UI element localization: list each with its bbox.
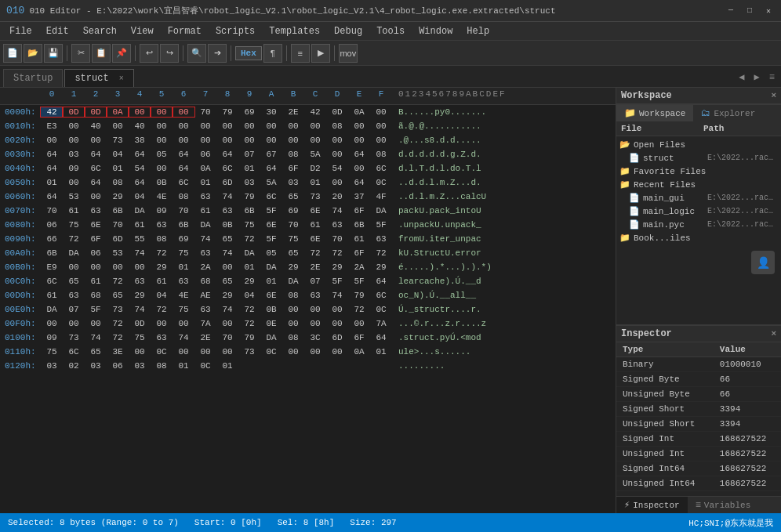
ws-favorite-files-folder[interactable]: 📁 Favorite Files bbox=[616, 165, 781, 178]
hex-byte[interactable]: 01 bbox=[41, 178, 63, 187]
hex-byte[interactable]: 05 bbox=[260, 248, 282, 258]
menu-item-window[interactable]: Window bbox=[412, 24, 459, 38]
hex-byte[interactable]: 00 bbox=[238, 136, 260, 145]
hex-byte[interactable]: 00 bbox=[107, 121, 129, 131]
hex-byte[interactable]: 00 bbox=[216, 319, 238, 328]
hex-byte[interactable]: 63 bbox=[194, 192, 216, 201]
hex-byte[interactable]: 29 bbox=[151, 262, 173, 272]
hex-byte[interactable]: 00 bbox=[282, 347, 304, 356]
inspector-row[interactable]: Signed Byte66 bbox=[616, 372, 781, 387]
hex-byte[interactable]: 0B bbox=[216, 220, 238, 230]
hex-byte[interactable]: 70 bbox=[41, 206, 63, 215]
ws-tab-explorer[interactable]: 🗂 Explorer bbox=[693, 105, 763, 121]
hex-byte[interactable]: 00 bbox=[304, 121, 326, 131]
hex-byte[interactable]: 00 bbox=[304, 347, 326, 356]
tab-struct[interactable]: struct × bbox=[64, 69, 133, 87]
hex-byte[interactable]: DA bbox=[370, 206, 392, 215]
hex-byte[interactable]: 09 bbox=[63, 164, 85, 173]
hex-byte[interactable]: 0E bbox=[260, 319, 282, 328]
hex-byte[interactable]: 6B bbox=[41, 248, 63, 258]
hex-byte[interactable]: 75 bbox=[41, 347, 63, 356]
hex-byte[interactable]: 00 bbox=[41, 136, 63, 145]
hex-byte[interactable]: 61 bbox=[85, 277, 107, 286]
hex-byte[interactable]: 70 bbox=[216, 333, 238, 342]
hex-byte[interactable]: 64 bbox=[85, 178, 107, 187]
hex-byte[interactable]: 64 bbox=[370, 333, 392, 342]
inspector-row[interactable]: Unsigned Short3394 bbox=[616, 417, 781, 432]
hex-byte[interactable]: 79 bbox=[348, 291, 370, 300]
inspector-row[interactable]: Unsigned Int168627522 bbox=[616, 447, 781, 461]
hex-byte[interactable]: 00 bbox=[326, 319, 348, 328]
menu-item-debug[interactable]: Debug bbox=[328, 24, 369, 38]
hex-byte[interactable]: 64 bbox=[85, 150, 107, 159]
hex-byte[interactable]: 00 bbox=[304, 319, 326, 328]
hex-byte[interactable]: 00 bbox=[326, 347, 348, 356]
hex-byte[interactable]: 00 bbox=[129, 347, 151, 356]
hex-byte[interactable]: 2A bbox=[194, 262, 216, 272]
hex-byte[interactable] bbox=[348, 361, 370, 371]
hex-byte[interactable]: 00 bbox=[282, 305, 304, 314]
hex-byte[interactable]: 00 bbox=[238, 121, 260, 131]
hex-byte[interactable]: 53 bbox=[107, 248, 129, 258]
hex-byte[interactable]: 0B bbox=[151, 178, 173, 187]
hex-byte[interactable]: 04 bbox=[238, 291, 260, 300]
hex-byte[interactable]: 6C bbox=[260, 192, 282, 201]
hex-byte[interactable]: 69 bbox=[282, 206, 304, 215]
hex-byte[interactable]: 70 bbox=[326, 234, 348, 244]
hex-byte[interactable]: 65 bbox=[63, 277, 85, 286]
inspector-row[interactable]: Unsigned Byte66 bbox=[616, 387, 781, 402]
hex-byte[interactable]: 00 bbox=[85, 192, 107, 201]
hex-byte[interactable]: 29 bbox=[216, 291, 238, 300]
hex-byte[interactable]: 02 bbox=[63, 361, 85, 371]
hex-byte[interactable]: 61 bbox=[41, 291, 63, 300]
hex-byte[interactable]: 63 bbox=[304, 291, 326, 300]
hex-byte[interactable]: 00 bbox=[216, 121, 238, 131]
hex-byte[interactable]: 30 bbox=[260, 107, 282, 117]
toolbar-hex-mode[interactable]: Hex bbox=[235, 46, 262, 60]
hex-byte[interactable]: 00 bbox=[348, 319, 370, 328]
inspector-row[interactable]: Signed Short3394 bbox=[616, 402, 781, 417]
hex-byte[interactable]: 72 bbox=[304, 248, 326, 258]
toolbar-search[interactable]: 🔍 bbox=[187, 44, 206, 63]
hex-byte[interactable]: 29 bbox=[326, 262, 348, 272]
hex-byte[interactable]: 73 bbox=[63, 333, 85, 342]
hex-byte[interactable]: 64 bbox=[348, 178, 370, 187]
hex-byte[interactable]: 6E bbox=[260, 220, 282, 230]
hex-byte[interactable] bbox=[326, 361, 348, 371]
menu-item-search[interactable]: Search bbox=[77, 24, 123, 38]
hex-byte[interactable]: 65 bbox=[216, 277, 238, 286]
hex-byte[interactable]: 00 bbox=[85, 262, 107, 272]
toolbar-cut[interactable]: ✂ bbox=[71, 44, 90, 63]
hex-byte[interactable]: 72 bbox=[238, 319, 260, 328]
hex-byte[interactable]: 03 bbox=[238, 178, 260, 187]
hex-byte[interactable]: 08 bbox=[107, 178, 129, 187]
hex-byte[interactable]: 5F bbox=[85, 305, 107, 314]
hex-byte[interactable]: 75 bbox=[238, 220, 260, 230]
minimize-button[interactable]: ─ bbox=[725, 5, 737, 17]
hex-byte[interactable]: 08 bbox=[173, 192, 194, 201]
hex-byte[interactable]: 74 bbox=[326, 291, 348, 300]
hex-byte[interactable]: 74 bbox=[173, 333, 194, 342]
hex-byte[interactable]: 0D bbox=[326, 107, 348, 117]
hex-byte[interactable]: DA bbox=[129, 206, 151, 215]
ws-book-files-folder[interactable]: 📁 Book...iles bbox=[616, 231, 781, 244]
ws-file-struct[interactable]: 📄 struct E:\2022...racted\ bbox=[616, 151, 781, 165]
hex-byte[interactable]: 00 bbox=[326, 150, 348, 159]
hex-byte[interactable]: 00 bbox=[216, 136, 238, 145]
toolbar-new[interactable]: 📄 bbox=[3, 44, 22, 63]
hex-byte[interactable]: 0A bbox=[348, 107, 370, 117]
hex-byte[interactable]: 38 bbox=[129, 136, 151, 145]
hex-byte[interactable]: 20 bbox=[326, 192, 348, 201]
hex-byte[interactable]: 64 bbox=[41, 192, 63, 201]
hex-byte[interactable]: 0D bbox=[85, 107, 107, 117]
hex-byte[interactable]: 6C bbox=[41, 277, 63, 286]
hex-byte[interactable]: 08 bbox=[282, 333, 304, 342]
hex-byte[interactable]: 37 bbox=[348, 192, 370, 201]
hex-byte[interactable]: DA bbox=[260, 262, 282, 272]
hex-byte[interactable]: 79 bbox=[238, 333, 260, 342]
hex-byte[interactable]: 72 bbox=[238, 305, 260, 314]
hex-byte[interactable]: 03 bbox=[85, 361, 107, 371]
toolbar-redo[interactable]: ↪ bbox=[160, 44, 179, 63]
hex-byte[interactable]: 6C bbox=[63, 347, 85, 356]
hex-byte[interactable]: 61 bbox=[129, 220, 151, 230]
